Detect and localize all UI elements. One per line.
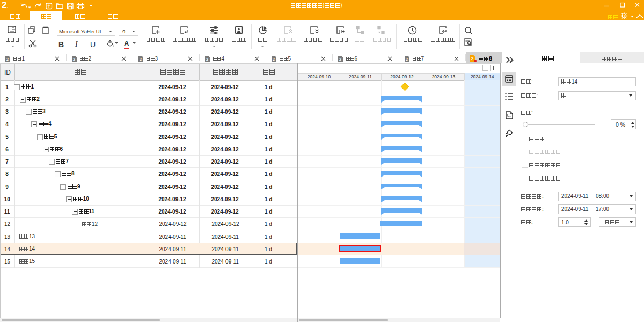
svg-text:2: 2 (406, 57, 408, 61)
svg-text:2: 2 (73, 57, 75, 61)
svg-text:2: 2 (140, 57, 142, 61)
svg-text:2: 2 (273, 57, 275, 61)
svg-text:2: 2 (471, 56, 474, 61)
svg-text:2: 2 (339, 57, 341, 61)
svg-text:2: 2 (6, 57, 9, 61)
svg-text:2: 2 (206, 57, 208, 61)
